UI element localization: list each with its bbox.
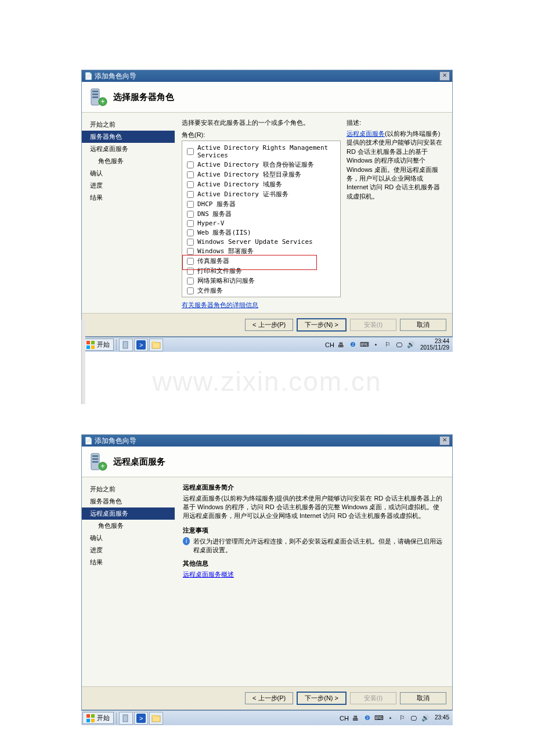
- tray-expand-icon[interactable]: ⋆: [386, 714, 395, 723]
- tray-clock[interactable]: 23:44 2015/11/29: [418, 339, 452, 351]
- role-row[interactable]: 应用程序服务器: [185, 296, 338, 297]
- sidebar-item[interactable]: 服务器角色: [82, 495, 175, 507]
- tray-clock[interactable]: 23:45: [432, 715, 452, 721]
- role-checkbox[interactable]: [187, 239, 194, 246]
- tray-help-icon[interactable]: ❷: [363, 714, 372, 723]
- sidebar-item[interactable]: 角色服务: [82, 155, 175, 167]
- svg-rect-14: [152, 341, 156, 343]
- role-row[interactable]: Active Directory Rights Management Servi…: [185, 143, 338, 160]
- sidebar-item[interactable]: 远程桌面服务: [82, 507, 175, 520]
- tray-display-icon[interactable]: 🖵: [395, 340, 404, 350]
- prev-button[interactable]: < 上一步(P): [245, 319, 293, 331]
- overview-link[interactable]: 远程桌面服务概述: [183, 571, 234, 578]
- role-checkbox[interactable]: [187, 297, 194, 298]
- role-checkbox[interactable]: [187, 211, 194, 218]
- role-checkbox[interactable]: [187, 248, 194, 255]
- description-link[interactable]: 远程桌面服务: [347, 130, 385, 137]
- role-checkbox[interactable]: [187, 201, 194, 208]
- tray-flag-icon[interactable]: ⚐: [383, 340, 392, 350]
- role-row[interactable]: Active Directory 域服务: [185, 179, 338, 189]
- tray-volume-icon[interactable]: 🔊: [406, 340, 416, 350]
- role-row[interactable]: Web 服务器(IIS): [185, 228, 338, 237]
- sidebar-item[interactable]: 结果: [82, 192, 175, 204]
- sidebar-item[interactable]: 进度: [82, 179, 175, 192]
- role-label: Active Directory 联合身份验证服务: [197, 160, 314, 169]
- taskbar-server-manager[interactable]: [119, 712, 133, 725]
- role-checkbox[interactable]: [187, 287, 194, 294]
- tray-keyboard-icon[interactable]: ⌨: [374, 714, 384, 723]
- role-checkbox[interactable]: [187, 148, 194, 155]
- role-row[interactable]: 传真服务器: [185, 256, 338, 266]
- sidebar-item[interactable]: 服务器角色: [82, 131, 175, 143]
- role-row[interactable]: Windows 部署服务: [185, 246, 338, 256]
- sidebar-item[interactable]: 确认: [82, 167, 175, 179]
- role-row[interactable]: Active Directory 联合身份验证服务: [185, 160, 338, 170]
- role-row[interactable]: Hyper-V: [185, 219, 338, 228]
- taskbar-explorer[interactable]: [149, 712, 163, 725]
- server-icon: +: [88, 87, 109, 107]
- cancel-button[interactable]: 取消: [400, 692, 446, 704]
- tray-expand-icon[interactable]: ⋆: [371, 340, 381, 350]
- role-checkbox[interactable]: [187, 161, 194, 168]
- sidebar-item[interactable]: 确认: [82, 532, 175, 544]
- next-button[interactable]: 下一步(N) >: [297, 692, 347, 705]
- taskbar-separator: [116, 712, 117, 724]
- next-button[interactable]: 下一步(N) >: [297, 318, 347, 332]
- tray-display-icon[interactable]: 🖵: [409, 714, 418, 723]
- document-scrollbar[interactable]: [81, 319, 85, 404]
- tray-lang[interactable]: CH: [340, 714, 349, 723]
- role-checkbox[interactable]: [187, 229, 194, 236]
- tray-printer-icon[interactable]: 🖶: [337, 340, 346, 350]
- header-title: 选择服务器角色: [113, 92, 174, 103]
- role-row[interactable]: 打印和文件服务: [185, 266, 338, 276]
- sidebar-item[interactable]: 结果: [82, 556, 175, 568]
- start-button[interactable]: 开始: [82, 339, 114, 351]
- role-label: DNS 服务器: [197, 210, 232, 218]
- tray-help-icon[interactable]: ❷: [348, 340, 358, 350]
- role-row[interactable]: Windows Server Update Services: [185, 237, 338, 246]
- intro-text: 远程桌面服务(以前称为终端服务)提供的技术使用户能够访问安装在 RD 会话主机服…: [183, 494, 444, 520]
- tray-flag-icon[interactable]: ⚐: [398, 714, 407, 723]
- sidebar-item[interactable]: 开始之前: [82, 118, 175, 131]
- role-row[interactable]: 文件服务: [185, 286, 338, 296]
- roles-list[interactable]: Active Directory Rights Management Servi…: [182, 141, 341, 297]
- taskbar-powershell[interactable]: >: [134, 712, 148, 725]
- roles-detail-link[interactable]: 有关服务器角色的详细信息: [182, 301, 258, 308]
- notes-heading: 注意事项: [183, 526, 444, 535]
- sidebar-item[interactable]: 开始之前: [82, 483, 175, 495]
- role-label: Web 服务器(IIS): [197, 228, 251, 237]
- role-row[interactable]: 网络策略和访问服务: [185, 276, 338, 286]
- taskbar-powershell[interactable]: >: [134, 339, 148, 351]
- close-button[interactable]: ✕: [439, 436, 450, 445]
- svg-rect-25: [123, 715, 128, 722]
- tray-printer-icon[interactable]: 🖶: [351, 714, 360, 723]
- tray-lang[interactable]: CH: [325, 340, 334, 350]
- cancel-button[interactable]: 取消: [400, 319, 446, 331]
- tray-volume-icon[interactable]: 🔊: [421, 714, 430, 723]
- role-checkbox[interactable]: [187, 191, 194, 198]
- role-row[interactable]: DNS 服务器: [185, 209, 338, 219]
- role-row[interactable]: Active Directory 证书服务: [185, 189, 338, 199]
- wizard-footer: < 上一步(P) 下一步(N) > 安装(I) 取消: [82, 313, 452, 336]
- tray-keyboard-icon[interactable]: ⌨: [360, 340, 369, 350]
- role-row[interactable]: DHCP 服务器: [185, 199, 338, 209]
- svg-rect-9: [91, 345, 95, 349]
- role-label: Active Directory Rights Management Servi…: [197, 144, 338, 159]
- sidebar-item[interactable]: 角色服务: [82, 520, 175, 532]
- role-checkbox[interactable]: [187, 258, 194, 265]
- role-checkbox[interactable]: [187, 278, 194, 285]
- role-checkbox[interactable]: [187, 268, 194, 275]
- role-checkbox[interactable]: [187, 181, 194, 188]
- sidebar-item[interactable]: 远程桌面服务: [82, 143, 175, 155]
- svg-rect-7: [91, 341, 95, 344]
- svg-rect-10: [123, 341, 128, 348]
- start-button[interactable]: 开始: [82, 712, 114, 724]
- role-row[interactable]: Active Directory 轻型目录服务: [185, 170, 338, 179]
- role-checkbox[interactable]: [187, 171, 194, 178]
- sidebar-item[interactable]: 进度: [82, 544, 175, 556]
- role-checkbox[interactable]: [187, 220, 194, 227]
- taskbar-server-manager[interactable]: [119, 339, 133, 351]
- close-button[interactable]: ✕: [439, 71, 450, 81]
- taskbar-explorer[interactable]: [149, 339, 163, 351]
- prev-button[interactable]: < 上一步(P): [245, 692, 293, 704]
